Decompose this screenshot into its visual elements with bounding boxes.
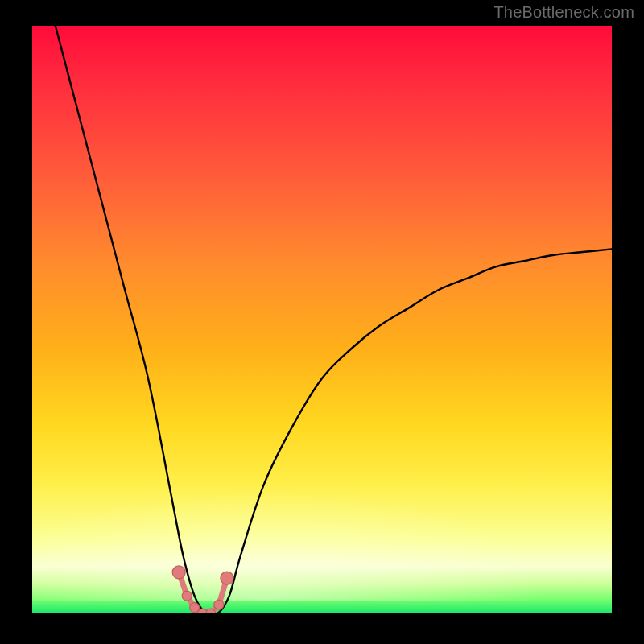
marker-dot bbox=[214, 600, 224, 609]
marker-dot bbox=[182, 591, 192, 601]
marker-dot bbox=[221, 572, 233, 584]
marker-dot bbox=[190, 603, 200, 613]
watermark-text: TheBottleneck.com bbox=[493, 3, 634, 22]
valley-markers bbox=[32, 26, 612, 613]
chart-stage: TheBottleneck.com bbox=[0, 0, 644, 644]
marker-dot bbox=[172, 566, 185, 579]
plot-area bbox=[32, 26, 612, 613]
